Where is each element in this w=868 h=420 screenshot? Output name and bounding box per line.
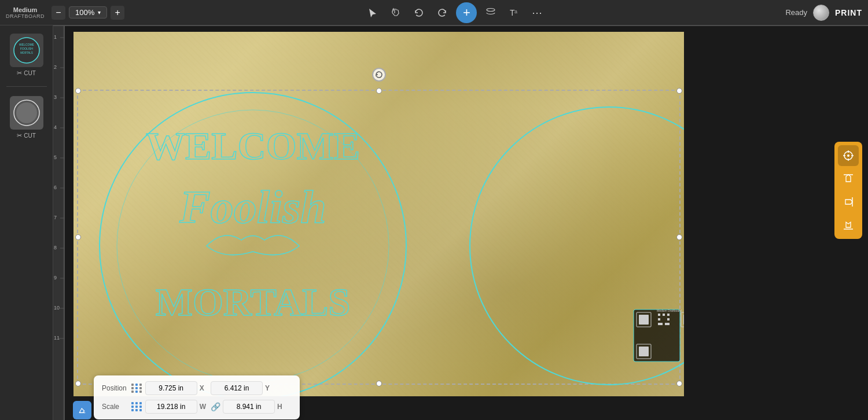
float-btn-4[interactable] (838, 215, 859, 235)
svg-text:3: 3 (54, 94, 57, 100)
layers-button[interactable] (481, 3, 500, 22)
zoom-increase-button[interactable]: + (111, 6, 124, 20)
svg-text:8: 8 (54, 245, 57, 250)
scale-dot-3 (139, 402, 142, 404)
grid-dot-7 (131, 390, 134, 393)
zoom-value: 100% (75, 8, 94, 17)
grid-dot-1 (131, 384, 134, 386)
bottom-panel: Position (94, 375, 300, 419)
cut-label-1: CUT (24, 70, 36, 76)
position-x-input[interactable] (145, 381, 197, 395)
svg-rect-99 (658, 318, 660, 320)
scissors-icon-1: ✂ (17, 69, 22, 77)
scale-w-group: W (131, 400, 206, 414)
status-text: Ready (785, 8, 807, 17)
undo-icon (414, 8, 424, 18)
zoom-display[interactable]: 100% ▾ (69, 6, 107, 19)
y-axis-label: Y (265, 384, 270, 392)
svg-text:5: 5 (54, 154, 57, 160)
scale-dot-9 (139, 409, 142, 411)
panel-item-design2[interactable]: ✂ CUT (3, 93, 50, 143)
panel-label-2: ✂ CUT (17, 132, 36, 139)
scale-h-input[interactable] (223, 400, 275, 414)
panel-item-design1[interactable]: WELCOME FOOLISH MORTALS ✂ CUT (3, 30, 50, 80)
more-button[interactable]: ⋯ (528, 3, 546, 22)
thumbnail-design1: WELCOME FOOLISH MORTALS (10, 34, 43, 67)
svg-text:2: 2 (54, 64, 57, 70)
thumbnail-svg-1: WELCOME FOOLISH MORTALS (12, 35, 42, 65)
svg-text:6: 6 (54, 185, 57, 190)
position-y-input[interactable] (211, 381, 263, 395)
undo-button[interactable] (410, 3, 428, 22)
float-btn-2[interactable] (838, 168, 859, 189)
ellipsis-icon: ⋯ (532, 6, 542, 19)
canvas-area[interactable]: WELCOME Foolish MORTALS (65, 26, 868, 420)
text-icon: Ta (509, 8, 519, 18)
scale-dot-1 (131, 402, 134, 404)
scale-dot-2 (135, 402, 138, 404)
svg-point-0 (487, 8, 495, 11)
scale-label: Scale (102, 403, 127, 411)
position-y-group: Y (211, 381, 282, 395)
svg-rect-95 (639, 347, 649, 356)
plus-icon: + (463, 6, 470, 19)
toolbar-right: Ready PRINT (785, 5, 862, 21)
svg-point-106 (847, 154, 849, 157)
svg-text:a: a (514, 9, 517, 14)
grid-dot-8 (135, 390, 138, 393)
redo-button[interactable] (433, 3, 451, 22)
thumbnail-design2 (10, 96, 43, 130)
float-btn-1[interactable] (838, 145, 859, 166)
svg-text:WELCOME: WELCOME (146, 124, 360, 168)
cursor-icon (367, 8, 378, 18)
position-x-group: X (131, 381, 206, 395)
position-label: Position (102, 384, 127, 392)
draftboard-title: Medium (13, 6, 38, 13)
text-tool-button[interactable]: Ta (505, 3, 523, 22)
select-tool-button[interactable] (363, 3, 382, 22)
zoom-chevron-icon: ▾ (98, 9, 101, 16)
position-grid-icon[interactable] (131, 384, 143, 393)
lock-icon[interactable]: 🔗 (211, 402, 220, 411)
svg-rect-98 (667, 314, 670, 316)
cut-label-2: CUT (24, 132, 36, 139)
svg-text:9: 9 (54, 275, 57, 281)
svg-text:WELCOME: WELCOME (19, 43, 35, 46)
zoom-decrease-button[interactable]: − (52, 6, 65, 20)
canvas-container: 1 2 3 4 5 6 7 8 9 10 11 12 13 14 15 16 1 (53, 25, 868, 420)
scale-grid-icon[interactable] (131, 402, 143, 411)
ruler-side-svg: 1 2 3 4 5 6 7 8 9 10 11 (53, 26, 65, 420)
scale-dot-4 (131, 406, 134, 408)
add-button[interactable]: + (456, 2, 477, 23)
panel-label-1: ✂ CUT (17, 69, 36, 77)
print-button[interactable]: PRINT (835, 8, 862, 17)
svg-rect-93 (683, 315, 684, 325)
svg-rect-97 (663, 314, 665, 316)
grid-dot-9 (139, 390, 142, 393)
eraser-icon (79, 406, 86, 415)
scale-dot-8 (135, 409, 138, 411)
svg-text:Medium Draftboard: Medium Draftboard (657, 309, 682, 312)
svg-text:MORTALS: MORTALS (156, 280, 350, 324)
grid-dot-6 (139, 387, 142, 389)
align-right-icon (843, 197, 854, 207)
svg-rect-91 (639, 315, 649, 325)
main-area: WELCOME FOOLISH MORTALS ✂ CUT ✂ CUT (0, 25, 868, 420)
scale-dot-5 (135, 406, 138, 408)
pan-tool-button[interactable] (387, 3, 405, 22)
svg-text:7: 7 (54, 215, 57, 220)
toolbar: Medium DRAFTBOARD − 100% ▾ + + Ta (0, 0, 868, 25)
float-btn-3[interactable] (838, 191, 859, 212)
x-axis-label: X (200, 384, 204, 392)
svg-point-8 (16, 102, 37, 123)
svg-text:1: 1 (54, 34, 57, 40)
eraser-button[interactable] (73, 401, 91, 419)
svg-rect-100 (667, 318, 670, 320)
draftboard-subtitle: DRAFTBOARD (6, 13, 45, 19)
scale-w-input[interactable] (145, 400, 197, 414)
zoom-controls: − 100% ▾ + (52, 6, 124, 20)
draftboard-material: WELCOME Foolish MORTALS (73, 32, 684, 396)
toolbar-tools: + Ta ⋯ (129, 2, 781, 23)
svg-text:MORTALS: MORTALS (20, 51, 32, 54)
svg-point-3 (14, 38, 39, 63)
